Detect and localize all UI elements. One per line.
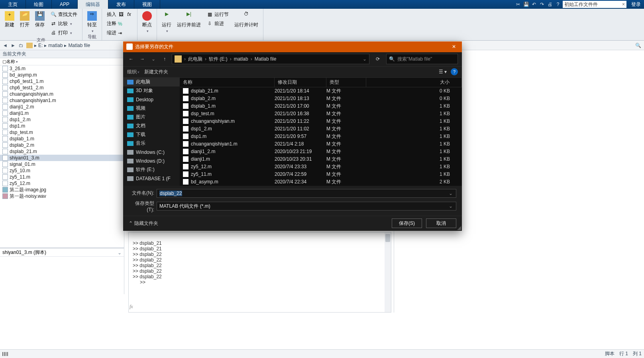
file-row[interactable]: dsplab_21.m [0, 148, 124, 155]
file-row[interactable]: dsp1_2.m [0, 116, 124, 123]
file-row[interactable]: shiyan01_3.m [0, 155, 124, 161]
chevron-down-icon[interactable]: ⌄ [448, 203, 454, 209]
goto-button[interactable]: ⇨转至 [86, 10, 98, 34]
save-button[interactable]: 💾保存 [33, 10, 46, 29]
quick-search[interactable]: 初始工作文件件 × [563, 1, 626, 8]
side-disk[interactable]: Windows (C:) [123, 148, 180, 157]
login-link[interactable]: 登录 [631, 1, 641, 8]
cmd-prompt[interactable]: >> [133, 279, 387, 285]
view-icon[interactable]: ☰ ▾ [439, 69, 447, 75]
run-button[interactable]: ▶运行 [160, 10, 173, 34]
run-advance-button[interactable]: ▶|运行并前进 [175, 10, 202, 29]
file-row[interactable]: chuanganqishiyan1.m [0, 97, 124, 104]
compare-button[interactable]: ⇄比较 [49, 20, 79, 28]
crumb-2[interactable]: Matlab file [68, 43, 90, 48]
file-row[interactable]: dsp1_2.m2021/1/20 11:02M 文件1 KB [180, 125, 462, 133]
side-desk[interactable]: Desktop [123, 95, 180, 104]
open-button[interactable]: 📂打开 [18, 10, 31, 29]
dialog-address[interactable]: › 此电脑› 软件 (E:)› matlab› Matlab file ⌄ [172, 54, 369, 64]
col-size[interactable]: 大小 [366, 78, 462, 87]
tab-视图[interactable]: 视图 [134, 0, 160, 9]
tab-绘图[interactable]: 绘图 [26, 0, 52, 9]
scrollbar[interactable] [385, 232, 391, 312]
file-row[interactable]: dsplab_2.m2021/1/20 18:13M 文件0 KB [180, 95, 462, 102]
new-button[interactable]: ＋新建 [3, 10, 16, 29]
file-row[interactable]: zy5_11.m2020/7/4 22:59M 文件1 KB [180, 171, 462, 178]
side-mus[interactable]: 音乐 [123, 139, 180, 148]
resize-handle[interactable] [457, 226, 461, 230]
file-row[interactable]: dsp1.m [0, 123, 124, 129]
nav-back-icon[interactable]: ← [127, 56, 135, 62]
chevron-down-icon[interactable]: ⌄ [363, 56, 367, 62]
comment-row[interactable]: 注释 % [105, 20, 134, 28]
up-icon[interactable]: 🗀 [18, 42, 25, 49]
side-pc[interactable]: 此电脑 [123, 78, 180, 87]
file-row[interactable]: zy5_12.m [0, 180, 124, 187]
file-row[interactable]: dsp1.m2021/1/20 9:57M 文件1 KB [180, 133, 462, 140]
tab-主页[interactable]: 主页 [0, 0, 26, 9]
file-row[interactable]: chuanganqishiyan.m [0, 91, 124, 97]
file-row[interactable]: zy5_11.m [0, 174, 124, 180]
cancel-button[interactable]: 取消 [426, 218, 456, 228]
col-name[interactable]: 名称 [6, 59, 18, 65]
file-row[interactable]: chuanganqishiyan1.m2021/1/4 2:18M 文件1 KB [180, 140, 462, 148]
col-type[interactable]: 类型 [326, 78, 366, 87]
file-row[interactable]: chp6_test1_2.m [0, 85, 124, 91]
file-row[interactable]: signal_01.m [0, 161, 124, 167]
side-disk[interactable]: 软件 (E:) [123, 165, 180, 174]
file-row[interactable]: dianji1_2.m2020/10/23 21:19M 文件1 KB [180, 148, 462, 155]
indent-row[interactable]: 缩进 ⇥ [105, 29, 134, 37]
find-files-button[interactable]: 🔍查找文件 [49, 10, 79, 19]
advance-button[interactable]: ⇩前进 [205, 20, 230, 28]
chevron-down-icon[interactable]: ⌄ [118, 250, 122, 256]
run-section-button[interactable]: ▦运行节 [205, 10, 230, 19]
new-folder-button[interactable]: 新建文件夹 [144, 69, 168, 75]
save-icon[interactable]: 💾 [523, 1, 529, 8]
side-img[interactable]: 图片 [123, 113, 180, 122]
nav-history-icon[interactable]: ⌄ [149, 56, 157, 62]
file-row[interactable]: zy5_10.m [0, 167, 124, 174]
dialog-search[interactable]: 🔍 搜索"Matlab file" [386, 54, 458, 64]
file-row[interactable]: 3_26.m [0, 65, 124, 72]
file-row[interactable]: zy5_12.m2020/7/4 23:33M 文件1 KB [180, 163, 462, 171]
clear-icon[interactable]: × [622, 2, 625, 7]
redo-icon[interactable]: ↷ [539, 1, 545, 8]
help-icon[interactable]: ? [555, 1, 561, 8]
print-button[interactable]: 🖨打印 [49, 29, 79, 37]
file-row[interactable]: dsplab_1.m2021/1/20 17:00M 文件1 KB [180, 102, 462, 110]
cut-icon[interactable]: ✂ [515, 1, 521, 8]
file-row[interactable]: bd_asymp.m2020/7/4 22:34M 文件2 KB [180, 178, 462, 186]
side-disk[interactable]: DATABASE 1 (F [123, 174, 180, 183]
savetype-select[interactable]: MATLAB 代码文件 (*.m) ⌄ [157, 202, 456, 210]
search-icon[interactable]: 🔍 [635, 43, 642, 48]
help-icon[interactable]: ? [451, 68, 458, 75]
file-row[interactable]: dianji1.m [0, 110, 124, 116]
tab-编辑器[interactable]: 编辑器 [78, 0, 108, 9]
side-doc[interactable]: 文档 [123, 122, 180, 130]
breakpoint-button[interactable]: 断点 [141, 10, 153, 34]
run-time-button[interactable]: ⏱运行并计时 [233, 10, 260, 29]
file-row[interactable]: dianji1.m2020/10/23 20:31M 文件1 KB [180, 155, 462, 163]
chevron-down-icon[interactable]: ⌄ [448, 191, 454, 196]
nav-forward-icon[interactable]: → [138, 56, 146, 62]
back-icon[interactable]: ◄ [2, 42, 9, 49]
tab-发布[interactable]: 发布 [108, 0, 134, 9]
file-row[interactable]: chp6_test1_1.m [0, 78, 124, 85]
file-row[interactable]: bd_asymp.m [0, 72, 124, 78]
crumb-1[interactable]: matlab [48, 43, 63, 48]
file-row[interactable]: 第一题-noisy.wav [0, 193, 124, 199]
side-disk[interactable]: Windows (D:) [123, 157, 180, 165]
side-3d[interactable]: 3D 对象 [123, 87, 180, 95]
file-row[interactable]: dsp_test.m2021/1/20 16:38M 文件1 KB [180, 110, 462, 118]
crumb-drive[interactable]: E: [38, 43, 43, 48]
insert-row[interactable]: 插入 🖼fx [105, 10, 134, 19]
file-row[interactable]: dsplab_21.m2021/1/20 18:14M 文件0 KB [180, 87, 462, 95]
forward-icon[interactable]: ► [10, 42, 17, 49]
nav-up-icon[interactable]: ↑ [161, 56, 169, 62]
file-row[interactable]: dsplab_2.m [0, 142, 124, 148]
close-icon[interactable]: ✕ [449, 42, 459, 51]
file-row[interactable]: 第二题-image.jpg [0, 187, 124, 193]
save-button[interactable]: 保存(S) [392, 218, 422, 228]
refresh-icon[interactable]: ⟳ [373, 56, 383, 62]
tab-APP[interactable]: APP [52, 0, 78, 9]
